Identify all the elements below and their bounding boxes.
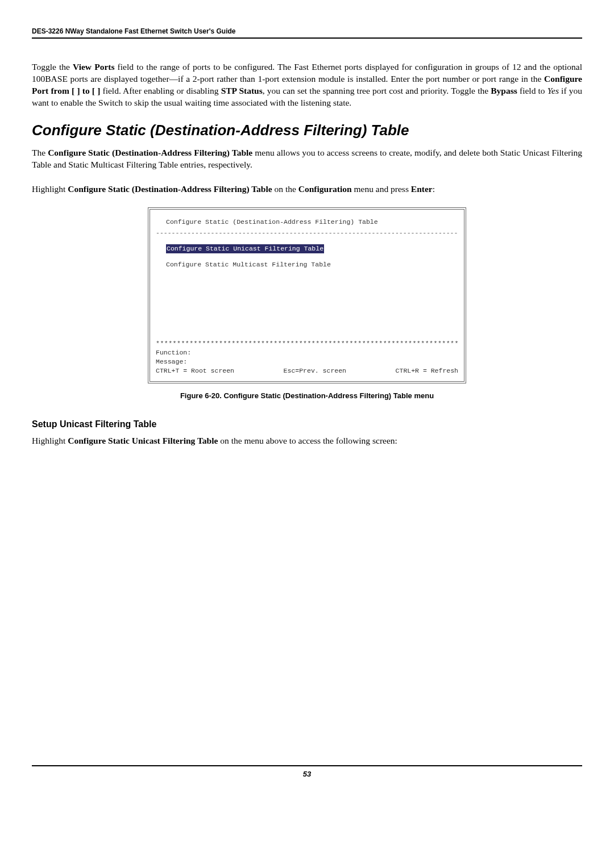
console-root: CTRL+T = Root screen [156,366,234,375]
console-status-row: CTRL+T = Root screen Esc=Prev. screen CT… [156,366,458,375]
bold: Configure Static (Destination-Address Fi… [68,184,272,194]
bold: View Ports [73,62,114,72]
console-menu-highlighted: Configure Static Unicast Filtering Table [166,244,324,253]
text: menu and press [352,184,411,194]
text: field. After enabling or disabling [100,86,221,95]
console-esc: Esc=Prev. screen [284,366,346,375]
console-refresh: CTRL+R = Refresh [396,366,458,375]
console-screenshot: Configure Static (Destination-Address Fi… [148,207,466,383]
paragraph-1: Toggle the View Ports field to the range… [32,61,582,109]
text: The [32,148,48,157]
page-number: 53 [303,770,311,778]
page-header: DES-3226 NWay Standalone Fast Ethernet S… [32,27,582,39]
text: Toggle the [32,62,73,72]
bold: Configuration [298,184,352,194]
figure-caption: Figure 6-20. Configure Static (Destinati… [32,391,582,400]
text: field to the range of ports to be config… [32,62,582,84]
bold: Configure Static Unicast Filtering Table [68,436,218,445]
text: on the menu above to access the followin… [218,436,397,445]
console-stars: ****************************************… [156,339,458,348]
figure-console: Configure Static (Destination-Address Fi… [32,207,582,383]
text: , you can set the spanning tree port cos… [263,86,491,95]
sub-heading: Setup Unicast Filtering Table [32,419,582,429]
text: on the [272,184,298,194]
section-heading: Configure Static (Destination-Address Fi… [32,122,582,139]
paragraph-3: Highlight Configure Static (Destination-… [32,183,582,195]
page-footer: 53 [32,765,582,778]
console-message-line: Message: [156,357,458,366]
text: field to [517,86,547,95]
paragraph-2: The Configure Static (Destination-Addres… [32,147,582,171]
italic: Yes [547,86,559,95]
console-footer: ****************************************… [156,339,458,375]
paragraph-4: Highlight Configure Static Unicast Filte… [32,435,582,447]
bold: Enter [411,184,433,194]
bold: STP Status [221,86,263,95]
bold: Configure Static (Destination-Address Fi… [48,148,252,157]
console-divider: ----------------------------------------… [156,228,458,237]
bold: Bypass [491,86,517,95]
text: Highlight [32,436,68,445]
console-function-line: Function: [156,348,458,357]
text: : [433,184,435,194]
console-title: Configure Static (Destination-Address Fi… [166,218,458,227]
console-menu-item: Configure Static Multicast Filtering Tab… [166,260,458,269]
text: Highlight [32,184,68,194]
